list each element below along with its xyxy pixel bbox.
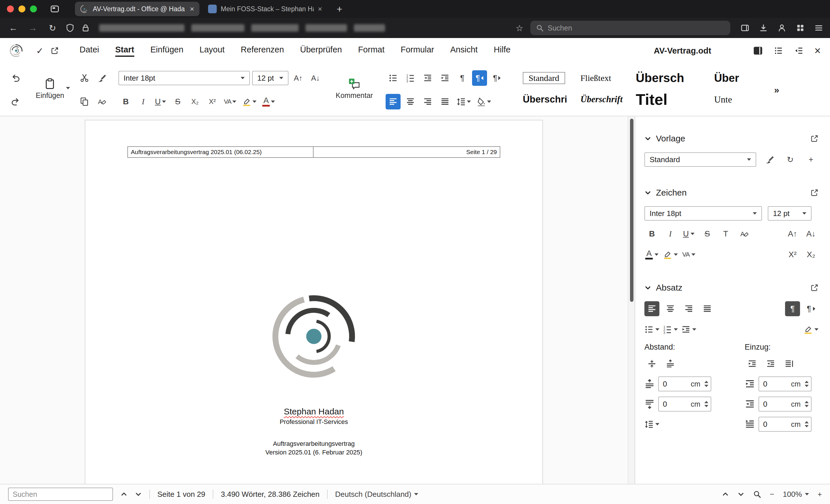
numbered-list-button[interactable] [403, 70, 418, 86]
increase-indent-button[interactable] [438, 70, 452, 86]
close-tab-icon[interactable]: × [190, 5, 194, 13]
open-dialog-icon[interactable] [810, 189, 819, 197]
document-scrollbar[interactable] [628, 116, 635, 484]
document-canvas[interactable]: Auftragsverarbeitungsvertrag 2025.01 (06… [0, 116, 628, 484]
scrollbar-thumb[interactable] [630, 119, 634, 302]
sidebar-numbered-list-button[interactable] [663, 322, 678, 337]
update-style-button[interactable]: ↻ [783, 152, 798, 167]
spacing-above-field[interactable]: cm [658, 376, 711, 392]
bullet-list-button[interactable] [386, 70, 401, 86]
tab-overview-button[interactable] [46, 2, 63, 16]
ribbon-expand-button[interactable]: » [774, 85, 779, 95]
format-painter-button[interactable] [94, 70, 109, 86]
minimize-window-button[interactable] [19, 5, 25, 12]
spinner-arrows[interactable] [803, 401, 809, 407]
indent-before-field[interactable]: cm [759, 376, 811, 392]
outline-collapse-icon[interactable] [794, 46, 803, 55]
sidebar-highlight-button[interactable] [663, 247, 678, 262]
sidebar-increase-indent-button[interactable] [745, 356, 760, 371]
first-line-indent-field[interactable]: cm [759, 417, 811, 432]
forward-button[interactable]: → [27, 23, 39, 33]
bold-button[interactable]: B [119, 94, 133, 109]
font-color-button[interactable]: A [260, 94, 277, 109]
lock-icon[interactable] [81, 24, 90, 32]
menu-hilfe[interactable]: Hilfe [486, 38, 518, 63]
comment-button[interactable]: Kommentar [332, 67, 376, 110]
zoom-level-selector[interactable]: 100% [783, 490, 809, 499]
sidebar-subscript-button[interactable]: X₂ [803, 247, 819, 262]
sidebar-direction-rtl-button[interactable]: ¶ [803, 301, 819, 316]
sidebar-font-name-combobox[interactable]: Inter 18pt [644, 206, 762, 221]
spinner-arrows[interactable] [703, 381, 708, 387]
undo-button[interactable] [8, 70, 23, 86]
browser-tab-document[interactable]: AV-Vertrag.odt - Office @ Hada × [75, 2, 199, 16]
first-line-indent-input[interactable] [763, 420, 778, 429]
open-dialog-icon[interactable] [810, 284, 819, 292]
menu-ansicht[interactable]: Ansicht [442, 38, 486, 63]
search-next-button[interactable] [135, 491, 142, 498]
menu-formular[interactable]: Formular [392, 38, 442, 63]
grow-font-button[interactable]: A↑ [291, 70, 306, 86]
previous-page-button[interactable] [722, 491, 729, 498]
collapse-chevron-icon[interactable] [644, 189, 651, 196]
align-center-button[interactable] [403, 94, 418, 109]
sidebar-underline-button[interactable]: U [681, 226, 696, 241]
menu-referenzen[interactable]: Referenzen [232, 38, 292, 63]
indent-after-field[interactable]: cm [759, 397, 811, 411]
zoom-in-button[interactable]: + [818, 490, 822, 499]
style-ueberschrift-1[interactable]: Über [709, 67, 764, 89]
account-icon[interactable] [777, 24, 786, 32]
line-spacing-button[interactable] [455, 94, 473, 109]
document-page[interactable]: Auftragsverarbeitungsvertrag 2025.01 (06… [85, 120, 543, 484]
spacing-below-input[interactable] [663, 400, 678, 409]
bookmark-star-icon[interactable]: ☆ [516, 23, 523, 33]
text-direction-rtl-button[interactable]: ¶ [489, 70, 504, 86]
paragraph-background-button[interactable] [475, 94, 493, 109]
next-page-button[interactable] [737, 491, 744, 498]
align-right-button[interactable] [420, 94, 435, 109]
style-ueberschrift-2[interactable]: Überschri [518, 89, 576, 110]
sidebar-align-justify-button[interactable] [700, 301, 715, 316]
style-ueberschrift[interactable]: Übersch [631, 67, 709, 89]
close-tab-icon[interactable]: × [318, 5, 322, 13]
navigator-list-icon[interactable] [774, 46, 783, 55]
shrink-font-button[interactable]: A↓ [308, 70, 323, 86]
sidebar-superscript-button[interactable]: X² [785, 247, 800, 262]
downloads-icon[interactable] [759, 24, 768, 32]
style-standard[interactable]: Standard [518, 67, 576, 89]
sidebar-character-spacing-button[interactable]: VA [681, 247, 696, 262]
increase-spacing-button[interactable] [644, 356, 660, 371]
sidebar-align-center-button[interactable] [663, 301, 678, 316]
close-document-button[interactable]: × [815, 45, 821, 57]
paste-button[interactable]: Einfügen [32, 67, 68, 110]
style-ueberschrift-3[interactable]: Überschrift [576, 89, 631, 110]
browser-search-input[interactable] [548, 24, 725, 32]
sidebar-strikethrough-button[interactable]: S [700, 226, 715, 241]
decrease-indent-button[interactable] [420, 70, 435, 86]
decrease-spacing-button[interactable] [663, 356, 678, 371]
menu-einfuegen[interactable]: Einfügen [142, 38, 192, 63]
zoom-magnifier-icon[interactable] [753, 490, 761, 498]
character-spacing-button[interactable]: VA [222, 94, 238, 109]
menu-ueberpruefen[interactable]: Überprüfen [292, 38, 350, 63]
spinner-arrows[interactable] [803, 421, 809, 427]
cut-button[interactable] [77, 70, 92, 86]
sidebar-paragraph-background-button[interactable] [803, 322, 819, 337]
sidebar-bold-button[interactable]: B [644, 226, 660, 241]
clear-formatting-button[interactable] [94, 94, 109, 109]
close-window-button[interactable] [7, 5, 14, 12]
new-style-button[interactable]: + [803, 152, 819, 167]
spacing-below-field[interactable]: cm [658, 397, 711, 411]
indent-before-input[interactable] [763, 379, 778, 389]
strikethrough-button[interactable]: S [170, 94, 185, 109]
sidebar-toggle-icon[interactable] [741, 24, 749, 32]
reload-button[interactable]: ↻ [46, 23, 59, 33]
sidebar-shrink-font-button[interactable]: A↓ [803, 226, 819, 241]
zoom-out-button[interactable]: − [770, 490, 774, 499]
language-selector[interactable]: Deutsch (Deutschland) [335, 490, 418, 499]
superscript-button[interactable]: X² [205, 94, 220, 109]
sidebar-hanging-indent-button[interactable] [781, 356, 797, 371]
sidebar-decrease-indent-button[interactable] [763, 356, 778, 371]
new-tab-button[interactable]: + [331, 3, 348, 15]
save-status-button[interactable]: ✓ [32, 43, 47, 58]
